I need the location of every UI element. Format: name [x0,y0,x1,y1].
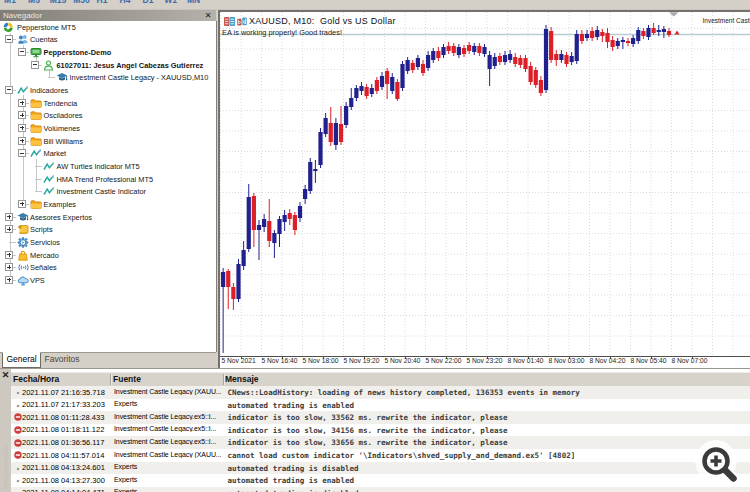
tree-item-vps[interactable]: VPS [0,274,216,287]
journal-row[interactable]: 2021.11.07 21:16:35.718Investment Castle… [11,386,750,399]
timeframe-button-m5[interactable]: M5 [21,0,47,5]
toolbox-grip[interactable]: ✕ Herramientas [0,369,11,492]
journal-row[interactable]: 2021.11.08 04:11:57.014Investment Castle… [11,449,750,462]
tree-item-pepperstone-mt5[interactable]: Pepperstone MT5 [0,21,216,34]
candle-body [277,219,281,234]
candle-body [303,189,307,199]
journal-time: 2021.11.08 04:14:04.471 [22,488,105,492]
tree-item-vol-menes[interactable]: Volúmenes [0,122,216,135]
candle-body [616,41,620,46]
tree-item-indicadores[interactable]: Indicadores [0,84,216,97]
tree-item-mercado[interactable]: Mercado [0,249,216,262]
candle-body [482,47,486,54]
tree-item-pepperstone-demo[interactable]: Pepperstone-Demo [0,46,216,59]
tree-item-label: Pepperstone-Demo [44,46,112,59]
tab-favoritos[interactable]: Favoritos [40,353,84,367]
tree-item-bill-williams[interactable]: Bill Williams [0,135,216,148]
candle-body [462,48,466,54]
journal-source: Investment Castle Legacy.ex5::I... [114,413,224,420]
candle-body [431,51,435,60]
tree-item-61027011-jesus-angel-cabezas-gutierrez[interactable]: 61027011: Jesus Angel Cabezas Gutierrez [0,59,216,72]
column-header-fuente[interactable]: Fuente [113,374,141,384]
tree-item-cuentas[interactable]: Cuentas [0,33,216,46]
tree-item-investment-castle-indicator[interactable]: Investment Castle Indicator [0,185,216,198]
expert-cap-icon [17,212,28,223]
journal-row[interactable]: 2021.11.08 01:18:11.122Investment Castle… [11,424,750,437]
tree-item-label: Bill Williams [44,135,83,148]
expand-toggle[interactable] [5,225,13,233]
tree-item-tendencia[interactable]: Tendencia [0,97,216,110]
mt5-window: M1M5M15M30H1H4D1W1MN Navegador ✕ Peppers… [0,0,750,492]
journal-time: 2021.11.08 04:11:57.014 [22,451,104,460]
toolbox-close-icon[interactable]: ✕ [1,371,10,380]
tree-item-asesores-expertos[interactable]: Asesores Expertos [0,211,216,224]
plus-glyph-vertical [22,113,23,117]
collapse-toggle[interactable] [5,86,13,94]
candle-body [370,88,374,94]
tree-item-label: HMA Trend Professional MT5 [57,173,154,186]
tree-item-osciladores[interactable]: Osciladores [0,109,216,122]
timeframe-button-mn[interactable]: MN [181,0,207,5]
tree-item-examples[interactable]: Examples [0,198,216,211]
tree-item-market[interactable]: Market [0,147,216,160]
tree-item-label: Servicios [30,236,60,249]
timeframe-button-m1[interactable]: M1 [0,0,23,5]
expand-toggle[interactable] [5,251,13,259]
tree-item-label: Osciladores [44,109,83,122]
expand-toggle[interactable] [5,213,13,221]
expert-cap-icon [56,72,67,83]
column-header-fecha-hora[interactable]: Fecha/Hora [13,374,59,384]
candle-body [477,46,481,53]
journal-row[interactable]: 2021.11.08 04:13:27.300Expertsautomated … [11,474,750,487]
expand-toggle[interactable] [5,276,13,284]
column-separator[interactable] [110,374,112,385]
expand-toggle[interactable] [18,200,26,208]
journal-row[interactable]: 2021.11.08 01:11:28.433Investment Castle… [11,411,750,424]
candle-body [252,196,256,230]
candle-body [380,76,384,87]
expand-toggle[interactable] [18,111,26,119]
tree-item-investment-castle-legacy-xauusd-m10[interactable]: Investment Castle Legacy - XAUUSD,M10 [0,71,216,84]
tree-item-se-ales[interactable]: Señales [0,261,216,274]
expand-toggle[interactable] [18,99,26,107]
navigator-titlebar[interactable]: Navegador ✕ [0,10,216,21]
candle-body [554,54,558,60]
journal-row[interactable]: 2021.11.08 04:14:04.471Expertsautomated … [11,487,750,492]
minus-glyph [33,64,37,65]
journal-message: indicator is too slow, 33656 ms. rewrite… [228,438,508,447]
collapse-toggle[interactable] [18,149,26,157]
tab-general[interactable]: General [2,352,41,368]
chart-window[interactable]: XAUUSD, M10: Gold vs US Dollar EA is wor… [218,10,750,368]
candle-body [436,51,440,58]
expand-toggle[interactable] [18,124,26,132]
candle-body [646,28,650,37]
error-icon [14,439,22,447]
collapse-toggle[interactable] [18,48,26,56]
candle-body [395,82,399,99]
zoom-magnifier-icon[interactable] [692,437,744,489]
journal-row[interactable]: 2021.11.08 01:36:56.117Investment Castle… [11,436,750,449]
candle-body [416,58,420,67]
journal-message: cannot load custom indicator '\Indicator… [228,451,576,460]
tree-item-aw-turtles-indicator-mt5[interactable]: AW Turtles Indicator MT5 [0,160,216,173]
collapse-toggle[interactable] [5,35,13,43]
collapse-toggle[interactable] [31,61,39,69]
journal-time: 2021.11.07 21:16:35.718 [22,388,105,397]
candle-body [390,77,394,91]
candle-body [518,58,522,65]
column-separator[interactable] [223,374,225,385]
expand-toggle[interactable] [18,137,26,145]
journal-time: 2021.11.08 01:11:28.433 [22,413,104,422]
candle-body [288,213,292,219]
expand-toggle[interactable] [5,263,13,271]
tree-item-scripts[interactable]: Scripts [0,223,216,236]
plus-glyph-vertical [22,139,23,143]
tree-item-servicios[interactable]: Servicios [0,236,216,249]
navigator-close-icon[interactable]: ✕ [203,11,213,21]
tree-item-hma-trend-professional-mt5[interactable]: HMA Trend Professional MT5 [0,173,216,186]
journal-row[interactable]: 2021.11.07 21:17:33.203Expertsautomated … [11,399,750,412]
timeframe-button-m15[interactable]: M15 [45,0,71,5]
chart-shift-marker [669,12,679,16]
journal-row[interactable]: 2021.11.08 04:13:24.601Expertsautomated … [11,462,750,475]
column-header-mensaje[interactable]: Mensaje [225,374,259,384]
